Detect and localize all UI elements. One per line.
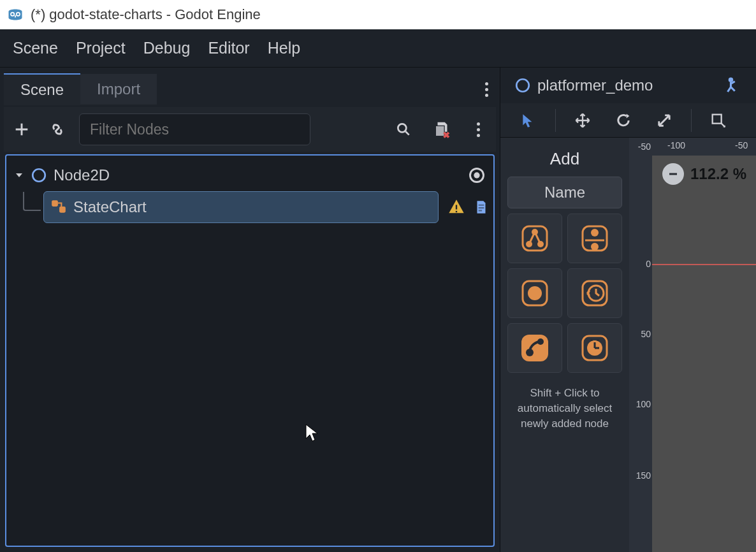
select-tool-icon[interactable] xyxy=(514,106,542,134)
window-title: (*) godot-state-charts - Godot Engine xyxy=(31,6,261,23)
svg-point-13 xyxy=(516,79,529,92)
svg-point-22 xyxy=(591,243,599,251)
svg-rect-12 xyxy=(456,211,457,212)
add-atomic-state-button[interactable] xyxy=(507,268,562,318)
add-history-state-button[interactable] xyxy=(567,268,622,318)
svg-point-3 xyxy=(17,13,20,15)
zoom-value: 112.2 % xyxy=(690,165,746,183)
link-scene-button[interactable] xyxy=(43,115,71,143)
menubar: Scene Project Debug Editor Help xyxy=(0,29,756,68)
svg-point-5 xyxy=(398,124,406,132)
add-transition-button[interactable] xyxy=(507,323,562,373)
add-panel-title: Add xyxy=(550,149,579,169)
svg-point-14 xyxy=(729,78,734,83)
add-node-button[interactable] xyxy=(8,115,36,143)
menu-help[interactable]: Help xyxy=(268,39,300,57)
svg-rect-4 xyxy=(15,15,16,18)
svg-point-6 xyxy=(33,169,45,182)
tab-scene[interactable]: Scene xyxy=(4,73,80,105)
statechart-icon xyxy=(50,199,67,215)
viewport-area: platformer_demo xyxy=(500,68,756,552)
svg-point-21 xyxy=(591,229,599,236)
svg-point-24 xyxy=(528,286,542,300)
scene-toolbar xyxy=(4,107,496,152)
add-panel-hint: Shift + Click to automatically select ne… xyxy=(504,386,625,431)
svg-rect-9 xyxy=(52,200,58,207)
svg-point-1 xyxy=(11,13,14,15)
run-scene-icon[interactable] xyxy=(723,76,742,95)
node2d-icon xyxy=(31,167,47,184)
tree-root-label: Node2D xyxy=(54,166,110,184)
tree-child-label: StateChart xyxy=(73,198,147,216)
more-icon[interactable] xyxy=(464,115,492,143)
svg-point-8 xyxy=(474,172,479,178)
move-tool-icon[interactable] xyxy=(569,106,597,134)
add-panel-header[interactable]: Name xyxy=(507,177,622,208)
svg-rect-11 xyxy=(456,205,457,210)
titlebar: (*) godot-state-charts - Godot Engine xyxy=(0,0,756,29)
cursor-icon xyxy=(305,423,320,442)
dock-menu-icon[interactable] xyxy=(477,82,496,97)
scene-tree[interactable]: Node2D xyxy=(5,154,495,547)
visibility-icon[interactable] xyxy=(468,166,486,184)
scene-dock: Scene Import xyxy=(0,68,500,552)
search-icon[interactable] xyxy=(395,121,412,138)
svg-rect-15 xyxy=(713,114,722,123)
snap-tool-icon[interactable] xyxy=(704,106,732,134)
scene-tab-label: platformer_demo xyxy=(537,76,653,94)
tab-import[interactable]: Import xyxy=(80,74,157,105)
warning-icon[interactable] xyxy=(447,198,465,216)
menu-debug[interactable]: Debug xyxy=(143,39,191,57)
script-remove-button[interactable] xyxy=(428,115,456,143)
viewport-toolbar xyxy=(500,103,756,138)
rotate-tool-icon[interactable] xyxy=(609,106,637,134)
add-panel: Add Name xyxy=(500,138,629,552)
ruler-vertical: -50 0 50 100 150 xyxy=(629,138,652,552)
menu-editor[interactable]: Editor xyxy=(208,39,249,57)
chevron-down-icon[interactable] xyxy=(14,170,24,180)
zoom-indicator[interactable]: 112.2 % xyxy=(662,163,746,185)
filter-nodes-input[interactable] xyxy=(79,113,310,145)
menu-scene[interactable]: Scene xyxy=(13,39,58,57)
add-animation-state-button[interactable] xyxy=(567,323,622,373)
script-icon[interactable] xyxy=(473,199,490,215)
zoom-out-icon[interactable] xyxy=(662,163,684,185)
add-compound-state-button[interactable] xyxy=(507,214,562,263)
scene-tab[interactable]: platformer_demo xyxy=(514,76,653,94)
canvas[interactable]: -100 -50 112.2 % xyxy=(652,138,756,552)
svg-rect-10 xyxy=(59,207,66,213)
tree-root-row[interactable]: Node2D xyxy=(10,159,490,191)
tree-child-row[interactable]: StateChart xyxy=(43,191,439,223)
guideline xyxy=(652,264,756,265)
scale-tool-icon[interactable] xyxy=(650,106,678,134)
menu-project[interactable]: Project xyxy=(76,39,126,57)
add-parallel-state-button[interactable] xyxy=(567,214,622,263)
ruler-horizontal: -100 -50 xyxy=(652,138,756,156)
tree-connector xyxy=(23,192,41,211)
svg-rect-27 xyxy=(521,335,548,361)
godot-logo-icon xyxy=(6,6,24,24)
